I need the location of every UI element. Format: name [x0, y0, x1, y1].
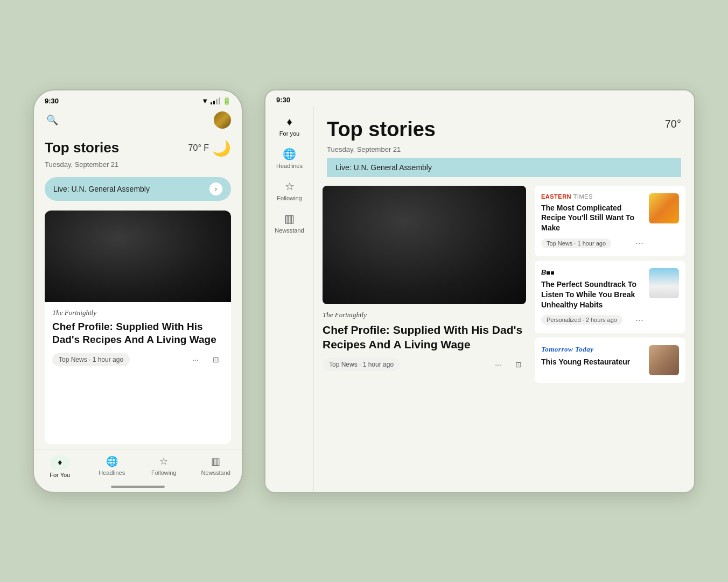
main-actions: ··· ⊡ [491, 357, 526, 372]
side-story-2-tag: Personalized · 2 hours ago [541, 315, 622, 325]
side-story-3-content: Tomorrow Today This Young Restaurateur [541, 345, 643, 371]
phone-date: Tuesday, September 21 [34, 159, 242, 173]
sidebar-following-label: Following [277, 195, 302, 201]
side-story-2-pub: B [541, 268, 643, 276]
side-story-1-headline: The Most Complicated Recipe You'll Still… [541, 203, 643, 234]
bird-thumbnail [649, 268, 679, 298]
live-banner-text: Live: U.N. General Assembly [53, 185, 150, 193]
side-story-3-inner: Tomorrow Today This Young Restaurateur [535, 338, 685, 383]
signal-icon [211, 97, 220, 104]
nav-newsstand[interactable]: ▥ Newsstand [190, 455, 242, 478]
phone-search-row: 🔍 [34, 109, 242, 135]
card-image [45, 211, 231, 302]
side-story-2-meta: Personalized · 2 hours ago ··· [541, 314, 643, 326]
stories-grid: The Fortnightly Chef Profile: Supplied W… [314, 186, 694, 492]
weather-display: 70° F 🌙 [188, 139, 231, 157]
scene: 9:30 ▼ 🔋 🔍 Top stories 70° F 🌙 Tuesday, … [0, 0, 728, 582]
sidebar-for-you-label: For you [279, 130, 299, 137]
nav-headlines-label: Headlines [99, 469, 125, 476]
live-banner[interactable]: Live: U.N. General Assembly › [45, 177, 231, 201]
tablet-time: 9:30 [276, 96, 290, 104]
sidebar-item-headlines[interactable]: 🌐 Headlines [268, 144, 311, 172]
search-icon[interactable]: 🔍 [45, 113, 60, 128]
phone-header: Top stories 70° F 🌙 [34, 135, 242, 159]
following-icon: ☆ [285, 180, 295, 193]
side-story-2-thumb [649, 268, 679, 298]
side-story-2-content: B The Perfect Soundtrack To Listen To Wh… [541, 268, 643, 326]
side-story-2-headline: The Perfect Soundtrack To Listen To Whil… [541, 279, 643, 310]
main-tag: Top News · 1 hour ago [323, 358, 400, 371]
weather-icon: 🌙 [212, 139, 231, 157]
nav-for-you-label: For You [50, 472, 70, 478]
person-photo [45, 211, 231, 302]
side-story-1-thumb [649, 193, 679, 223]
side-story-1-more[interactable]: ··· [635, 237, 643, 249]
phone-status-bar: 9:30 ▼ 🔋 [34, 90, 242, 109]
card-body: The Fortnightly Chef Profile: Supplied W… [45, 302, 231, 374]
main-story-image [323, 186, 526, 304]
nav-following-label: Following [151, 469, 176, 476]
tablet-main-story[interactable]: The Fortnightly Chef Profile: Supplied W… [323, 186, 526, 492]
save-button[interactable]: ⊡ [208, 352, 223, 367]
weather-temp: 70° F [188, 143, 209, 153]
tablet-main: Top stories 70° Tuesday, September 21 Li… [314, 107, 694, 492]
side-story-3[interactable]: Tomorrow Today This Young Restaurateur [535, 338, 685, 383]
sidebar-newsstand-label: Newsstand [275, 227, 304, 234]
side-story-1-inner: EASTERN TIMES The Most Complicated Recip… [535, 186, 685, 257]
nav-following[interactable]: ☆ Following [138, 455, 190, 478]
person-thumbnail [649, 345, 679, 375]
card-tag: Top News · 1 hour ago [52, 353, 130, 366]
avatar[interactable] [214, 111, 231, 129]
tablet-device: 9:30 ♦ For you 🌐 Headlines ☆ Following ▥ [264, 89, 695, 493]
phone-time: 9:30 [45, 97, 59, 105]
sidebar-item-following[interactable]: ☆ Following [268, 177, 311, 205]
side-story-1-meta: Top News · 1 hour ago ··· [541, 237, 643, 249]
for-you-icon: ♦ [286, 116, 292, 128]
wifi-icon: ▼ [201, 97, 208, 105]
bottom-nav: ♦ For You 🌐 Headlines ☆ Following ▥ News… [34, 450, 242, 481]
home-indicator [34, 481, 242, 492]
headlines-icon: 🌐 [106, 455, 118, 467]
side-story-2[interactable]: B The Perfect Soundtrack To Listen To Wh… [535, 261, 685, 333]
live-banner-arrow[interactable]: › [209, 183, 222, 195]
tablet-content: ♦ For you 🌐 Headlines ☆ Following ▥ News… [265, 107, 694, 492]
tablet-header: Top stories 70° [314, 107, 694, 145]
tablet-live-banner-text: Live: U.N. General Assembly [335, 163, 432, 172]
side-story-3-pub: Tomorrow Today [541, 345, 643, 354]
side-story-1-tag: Top News · 1 hour ago [541, 239, 611, 248]
main-save-button[interactable]: ⊡ [511, 357, 526, 372]
card-actions: ··· ⊡ [188, 352, 223, 367]
main-more-button[interactable]: ··· [491, 357, 506, 372]
side-story-2-more[interactable]: ··· [635, 314, 643, 326]
publication-name: The Fortnightly [52, 308, 223, 317]
home-bar [111, 486, 165, 488]
more-options-button[interactable]: ··· [188, 352, 203, 367]
sidebar-headlines-label: Headlines [276, 163, 303, 169]
tablet-status-bar: 9:30 [265, 90, 694, 107]
main-meta: Top News · 1 hour ago ··· ⊡ [323, 357, 526, 372]
tablet-live-banner[interactable]: Live: U.N. General Assembly [327, 158, 681, 177]
side-story-1-content: EASTERN TIMES The Most Complicated Recip… [541, 193, 643, 249]
nav-for-you[interactable]: ♦ For You [34, 455, 86, 478]
status-icons: ▼ 🔋 [201, 97, 231, 105]
main-story-body: The Fortnightly Chef Profile: Supplied W… [323, 304, 526, 379]
nav-headlines[interactable]: 🌐 Headlines [86, 455, 138, 478]
nav-newsstand-label: Newsstand [201, 469, 230, 476]
top-stories-title: Top stories [45, 139, 119, 156]
card-headline: Chef Profile: Supplied With His Dad's Re… [52, 320, 223, 347]
newsstand-icon: ▥ [284, 212, 295, 225]
main-publication: The Fortnightly [323, 311, 526, 319]
headlines-icon: 🌐 [283, 148, 296, 160]
phone-device: 9:30 ▼ 🔋 🔍 Top stories 70° F 🌙 Tuesday, … [33, 89, 243, 493]
side-stories: EASTERN TIMES The Most Complicated Recip… [535, 186, 685, 492]
tablet-date: Tuesday, September 21 [314, 145, 694, 158]
sidebar-item-newsstand[interactable]: ▥ Newsstand [268, 209, 311, 237]
main-headline: Chef Profile: Supplied With His Dad's Re… [323, 322, 526, 352]
side-story-1[interactable]: EASTERN TIMES The Most Complicated Recip… [535, 186, 685, 257]
tablet-weather: 70° [665, 118, 681, 130]
side-story-3-headline: This Young Restaurateur [541, 357, 643, 367]
for-you-icon: ♦ [50, 455, 69, 469]
sidebar-item-for-you[interactable]: ♦ For you [268, 113, 311, 140]
following-icon: ☆ [159, 455, 168, 467]
main-story-card[interactable]: The Fortnightly Chef Profile: Supplied W… [45, 211, 231, 444]
